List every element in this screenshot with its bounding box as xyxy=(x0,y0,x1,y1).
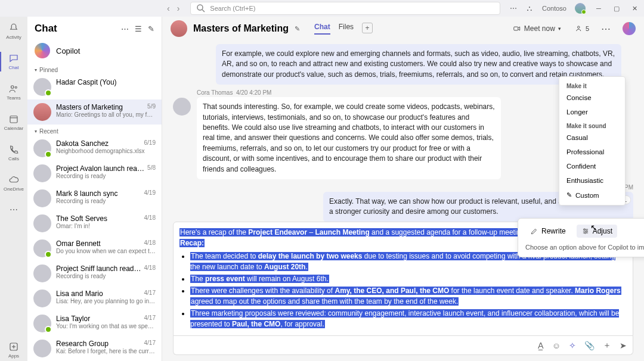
avatar xyxy=(33,239,51,257)
send-icon[interactable]: ➤ xyxy=(620,341,627,350)
copilot-help-text: Choose an option above for Copilot to im… xyxy=(525,244,644,251)
search-input[interactable]: Search (Ctrl+E) xyxy=(190,2,500,15)
svg-point-10 xyxy=(577,26,580,29)
opt-enthusiastic[interactable]: Enthusiastic xyxy=(559,173,625,188)
apps-icon xyxy=(8,341,19,352)
rail-calls[interactable]: Calls xyxy=(0,142,27,164)
avatar xyxy=(33,264,51,282)
conv-recent-5[interactable]: Project Sniff launch readiness review4/1… xyxy=(27,261,162,286)
header-more-icon[interactable]: ⋯ xyxy=(510,4,517,13)
window-min[interactable]: ─ xyxy=(594,4,603,13)
copilot-compose-icon[interactable]: ✧ xyxy=(569,341,576,350)
opt-casual[interactable]: Casual xyxy=(559,130,625,145)
attach-icon[interactable]: 📎 xyxy=(584,341,595,350)
plus-icon[interactable]: ＋ xyxy=(603,340,611,351)
adjust-menu: Make it Concise Longer Make it sound Cas… xyxy=(559,76,626,206)
search-placeholder: Search (Ctrl+E) xyxy=(210,5,255,12)
org-name: Contoso xyxy=(542,5,566,12)
rail-teams[interactable]: Teams xyxy=(0,81,27,103)
chatlist-title: Chat xyxy=(35,23,57,35)
svg-rect-9 xyxy=(514,27,518,30)
svg-point-3 xyxy=(15,86,17,88)
svg-point-16 xyxy=(584,232,586,234)
opt-custom[interactable]: ✎Custom xyxy=(559,188,625,203)
svg-point-14 xyxy=(584,229,585,230)
rail-more[interactable]: ⋯ xyxy=(0,203,27,217)
phone-icon xyxy=(8,144,19,155)
nav-fwd[interactable]: › xyxy=(177,4,180,13)
people-icon xyxy=(575,24,584,33)
conv-recent-7[interactable]: Lisa Taylor4/17You: I'm working on that … xyxy=(27,311,162,336)
copilot-pane-button[interactable] xyxy=(623,22,636,35)
format-icon[interactable]: A̲ xyxy=(538,341,544,350)
me-avatar[interactable] xyxy=(575,3,586,14)
adjust-icon xyxy=(581,227,590,235)
avatar xyxy=(33,189,51,207)
chat-more-icon[interactable]: ⋯ xyxy=(601,23,611,35)
rail-activity[interactable]: Activity xyxy=(0,20,27,42)
section-recent[interactable]: Recent xyxy=(27,125,162,136)
rail-apps[interactable]: Apps xyxy=(0,339,27,361)
meet-now-button[interactable]: Meet now ▾ xyxy=(513,24,561,33)
tab-files[interactable]: Files xyxy=(339,23,354,35)
avatar xyxy=(33,315,51,332)
window-max[interactable]: ▢ xyxy=(612,4,621,13)
copilot-entry[interactable]: Copilot xyxy=(27,38,162,63)
app-rail: Activity Chat Teams Calendar Calls OneDr… xyxy=(0,17,27,361)
search-icon xyxy=(196,3,206,14)
nav-back[interactable]: ‹ xyxy=(167,4,170,13)
chat-avatar xyxy=(171,20,187,37)
filter-icon[interactable]: ☰ xyxy=(135,24,142,33)
emoji-icon[interactable]: ☺ xyxy=(552,341,561,350)
chat-list-panel: Chat ⋯ ☰ ✎ Copilot Pinned Hadar Caspit (… xyxy=(27,17,162,361)
conv-recent-3[interactable]: The Soft Serves4/18Omar: I'm in! xyxy=(27,211,162,236)
avatar xyxy=(33,78,51,96)
opt-concise[interactable]: Concise xyxy=(559,91,625,105)
conv-recent-4[interactable]: Omar Bennett4/18Do you know when we can … xyxy=(27,236,162,261)
rail-chat[interactable]: Chat xyxy=(0,51,27,73)
teams-icon xyxy=(8,83,19,94)
opt-professional[interactable]: Professional xyxy=(559,145,625,159)
avatar xyxy=(33,214,51,232)
compose-toolbar: A̲ ☺ ✧ 📎 ＋ ➤ xyxy=(173,336,633,355)
copilot-adjust-panel: Rewrite Adjust ✕ Choose an option above … xyxy=(518,218,644,257)
section-pinned[interactable]: Pinned xyxy=(27,63,162,74)
video-icon xyxy=(513,24,521,33)
rewrite-button[interactable]: Rewrite xyxy=(525,225,571,238)
edit-title-icon[interactable]: ✎ xyxy=(295,25,300,33)
chatlist-more-icon[interactable]: ⋯ xyxy=(121,24,129,33)
rail-calendar[interactable]: Calendar xyxy=(0,111,27,133)
avatar xyxy=(33,103,51,121)
conv-pinned-0[interactable]: Hadar Caspit (You) xyxy=(27,74,162,99)
svg-line-1 xyxy=(203,10,205,12)
add-tab-button[interactable]: + xyxy=(362,23,373,33)
opt-longer[interactable]: Longer xyxy=(559,105,625,119)
chat-header: Masters of Marketing ✎ Chat Files + Meet… xyxy=(162,17,644,41)
conv-recent-6[interactable]: Lisa and Mario4/17Lisa: Hey, are you pla… xyxy=(27,286,162,311)
avatar xyxy=(33,290,51,307)
avatar xyxy=(33,164,51,182)
avatar xyxy=(173,98,191,116)
svg-rect-4 xyxy=(10,116,17,123)
conv-recent-0[interactable]: Dakota Sanchez6/19Neighborhood demograph… xyxy=(27,136,162,161)
window-close[interactable]: ✕ xyxy=(630,4,639,13)
rail-onedrive[interactable]: OneDrive xyxy=(0,172,27,194)
message-body: That sounds interesting. So, for example… xyxy=(197,97,501,179)
svg-point-2 xyxy=(11,86,14,89)
avatar xyxy=(33,340,51,357)
opt-confident[interactable]: Confident xyxy=(559,159,625,173)
conv-recent-1[interactable]: Project Avalon launch readiness5/8Record… xyxy=(27,161,162,186)
people-button[interactable]: 5 xyxy=(575,24,589,33)
conv-recent-8[interactable]: Research Group4/17Kai: Before I forget, … xyxy=(27,336,162,361)
svg-point-0 xyxy=(197,5,203,10)
svg-point-15 xyxy=(586,231,587,232)
conv-recent-2[interactable]: Mark 8 launch sync4/19Recording is ready xyxy=(27,186,162,211)
org-switch-icon[interactable]: ⛬ xyxy=(525,4,534,13)
tab-chat[interactable]: Chat xyxy=(314,23,330,35)
new-chat-icon[interactable]: ✎ xyxy=(148,24,154,33)
chat-title: Masters of Marketing xyxy=(193,23,289,34)
conv-pinned-1[interactable]: Masters of Marketing5/9Mario: Greetings … xyxy=(27,99,162,125)
rewrite-icon xyxy=(530,227,538,235)
adjust-button[interactable]: Adjust xyxy=(577,225,617,238)
bell-icon xyxy=(8,23,19,33)
